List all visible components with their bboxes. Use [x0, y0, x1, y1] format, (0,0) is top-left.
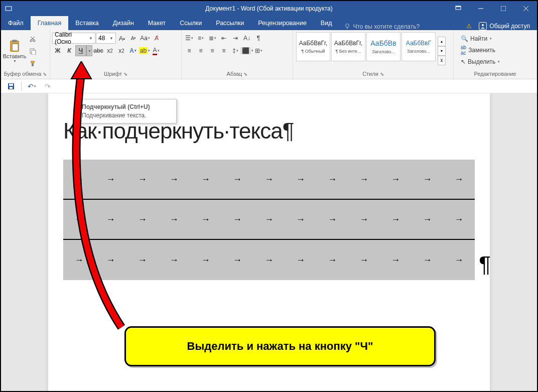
tab-view[interactable]: Вид: [314, 16, 339, 30]
subscript-button[interactable]: x2: [104, 45, 115, 56]
table-cell[interactable]: →: [158, 240, 190, 280]
tab-design[interactable]: Дизайн: [106, 16, 141, 30]
table-cell[interactable]: →: [317, 160, 348, 199]
warning-icon[interactable]: ⚠: [466, 23, 472, 30]
table-row[interactable]: →→→→→→→→→→→→→: [63, 240, 475, 280]
font-color-button[interactable]: A▾: [151, 45, 162, 56]
clear-formatting-button[interactable]: A̸: [151, 33, 162, 44]
table-cell[interactable]: →: [348, 200, 380, 239]
bold-button[interactable]: Ж: [52, 45, 63, 56]
table-cell[interactable]: →: [253, 200, 285, 239]
multilevel-button[interactable]: ≣▾: [207, 33, 218, 44]
format-painter-button[interactable]: [27, 58, 38, 69]
chevron-down-icon[interactable]: ▼: [109, 36, 113, 41]
table-cell[interactable]: →: [348, 160, 380, 199]
underline-button[interactable]: Ч: [75, 45, 86, 56]
table-cell[interactable]: →: [63, 240, 95, 280]
tab-review[interactable]: Рецензирование: [251, 16, 314, 30]
tab-home[interactable]: Главная: [31, 16, 69, 30]
copy-button[interactable]: [27, 46, 38, 57]
table-row[interactable]: →→→→→→→→→→→→→: [63, 200, 475, 240]
change-case-button[interactable]: Aa▾: [140, 33, 151, 44]
table-cell[interactable]: →: [95, 200, 126, 239]
close-button[interactable]: [514, 1, 537, 16]
table-cell[interactable]: →: [95, 240, 126, 280]
styles-more-button[interactable]: ⊻: [438, 56, 446, 65]
style-heading2[interactable]: АаБбВвГЗаголово...: [401, 32, 436, 61]
table-cell[interactable]: →: [317, 200, 348, 239]
paste-button[interactable]: Вставить ▼: [3, 31, 26, 71]
borders-button[interactable]: ⊞▾: [253, 45, 264, 56]
table-cell[interactable]: →: [221, 240, 253, 280]
table-cell[interactable]: →: [63, 160, 95, 199]
table-cell[interactable]: →: [126, 240, 158, 280]
find-button[interactable]: 🔍Найти▾: [458, 33, 503, 44]
increase-indent-button[interactable]: ⇥: [230, 33, 241, 44]
table-cell[interactable]: →: [63, 200, 95, 239]
ribbon-display-icon[interactable]: [447, 1, 469, 16]
styles-up-button[interactable]: ▴: [438, 37, 446, 46]
table-cell[interactable]: →: [317, 240, 348, 280]
table-cell[interactable]: →: [285, 240, 317, 280]
share-button[interactable]: Общий доступ: [479, 22, 530, 30]
paragraph-dialog-launcher[interactable]: ⬊: [243, 71, 247, 77]
table[interactable]: →→→→→→→→→→→→→ →→→→→→→→→→→→→ →→→→→→→→→→→→…: [63, 160, 475, 280]
table-cell[interactable]: →: [380, 240, 412, 280]
strikethrough-button[interactable]: abc: [93, 45, 104, 56]
minimize-button[interactable]: [469, 1, 492, 16]
decrease-indent-button[interactable]: ⇤: [218, 33, 229, 44]
table-cell[interactable]: →: [443, 160, 475, 199]
shrink-font-button[interactable]: A▾: [128, 33, 139, 44]
replace-button[interactable]: abacЗаменить: [458, 45, 503, 56]
style-heading1[interactable]: АаБбВвЗаголово...: [366, 32, 400, 61]
table-cell[interactable]: →: [285, 200, 317, 239]
table-cell[interactable]: →: [221, 160, 253, 199]
table-cell[interactable]: →: [190, 240, 221, 280]
table-cell[interactable]: →: [348, 240, 380, 280]
cut-button[interactable]: [27, 34, 38, 45]
style-no-spacing[interactable]: АаБбВвГг,¶ Без инте...: [331, 32, 365, 61]
table-cell[interactable]: →: [253, 240, 285, 280]
tab-insert[interactable]: Вставка: [68, 16, 105, 30]
tab-mailings[interactable]: Рассылки: [209, 16, 251, 30]
style-normal[interactable]: АаБбВвГг,¶ Обычный: [296, 32, 330, 61]
table-row[interactable]: →→→→→→→→→→→→→: [63, 160, 475, 200]
clipboard-dialog-launcher[interactable]: ⬊: [43, 71, 47, 77]
text-effects-button[interactable]: A▾: [127, 45, 139, 56]
table-cell[interactable]: →: [253, 160, 285, 199]
redo-button[interactable]: ↷: [42, 80, 54, 92]
line-spacing-button[interactable]: ‡▾: [230, 45, 241, 56]
save-button[interactable]: [5, 80, 17, 92]
table-cell[interactable]: →: [126, 200, 158, 239]
highlight-button[interactable]: ab▾: [139, 45, 150, 56]
bullets-button[interactable]: ☰▾: [184, 33, 195, 44]
table-cell[interactable]: →: [412, 160, 443, 199]
font-dialog-launcher[interactable]: ⬊: [123, 71, 127, 77]
superscript-button[interactable]: x2: [116, 45, 127, 56]
font-size-combo[interactable]: 48▼: [96, 33, 116, 44]
table-cell[interactable]: →: [443, 240, 475, 280]
table-cell[interactable]: →: [443, 200, 475, 239]
numbering-button[interactable]: ≡▾: [195, 33, 206, 44]
table-cell[interactable]: →: [95, 160, 126, 199]
shading-button[interactable]: ⬛▾: [241, 45, 252, 56]
undo-button[interactable]: ↶▾: [26, 80, 38, 92]
show-marks-button[interactable]: ¶: [253, 33, 264, 44]
table-cell[interactable]: →: [158, 160, 190, 199]
table-cell[interactable]: →: [126, 160, 158, 199]
italic-button[interactable]: К: [64, 45, 75, 56]
tab-file[interactable]: Файл: [1, 16, 31, 30]
grow-font-button[interactable]: A▴: [116, 33, 127, 44]
align-center-button[interactable]: ≡: [195, 45, 206, 56]
align-right-button[interactable]: ≡: [207, 45, 218, 56]
table-cell[interactable]: →: [412, 200, 443, 239]
table-cell[interactable]: →: [190, 160, 221, 199]
justify-button[interactable]: ≡: [218, 45, 229, 56]
table-cell[interactable]: →: [285, 160, 317, 199]
maximize-button[interactable]: [492, 1, 514, 16]
tab-references[interactable]: Ссылки: [173, 16, 209, 30]
underline-dropdown[interactable]: ▼: [86, 45, 92, 56]
table-cell[interactable]: →: [190, 200, 221, 239]
styles-down-button[interactable]: ▾: [438, 46, 446, 56]
styles-dialog-launcher[interactable]: ⬊: [380, 71, 384, 77]
